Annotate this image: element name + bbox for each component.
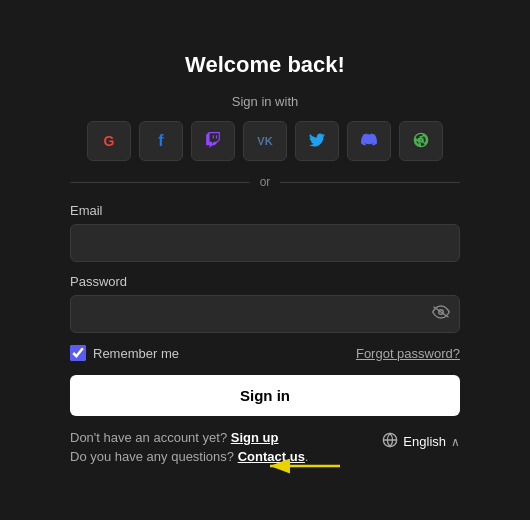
password-input[interactable] [70, 295, 460, 333]
sign-in-with-label: Sign in with [70, 94, 460, 109]
remember-me-checkbox[interactable] [70, 345, 86, 361]
sign-in-button[interactable]: Sign in [70, 375, 460, 416]
language-label: English [403, 434, 446, 449]
password-input-wrapper [70, 295, 460, 333]
remember-forgot-row: Remember me Forgot password? [70, 345, 460, 361]
vk-social-button[interactable]: VK [243, 121, 287, 161]
email-field-group: Email [70, 203, 460, 262]
email-input[interactable] [70, 224, 460, 262]
discord-icon [361, 133, 377, 149]
language-selector[interactable]: English ∧ [382, 432, 460, 451]
forgot-password-link[interactable]: Forgot password? [356, 346, 460, 361]
contact-us-link[interactable]: Contact us [238, 449, 305, 464]
vk-icon: VK [257, 135, 272, 147]
password-label: Password [70, 274, 460, 289]
steam-icon [413, 132, 429, 151]
questions-row: Do you have any questions? Contact us. [70, 449, 308, 464]
bottom-links: Don't have an account yet? Sign up Do yo… [70, 430, 308, 468]
divider-left [70, 182, 250, 183]
email-input-wrapper [70, 224, 460, 262]
google-icon: G [104, 133, 115, 149]
divider-right [280, 182, 460, 183]
password-field-group: Password [70, 274, 460, 333]
twitch-social-button[interactable] [191, 121, 235, 161]
language-icon [382, 432, 398, 451]
remember-me-label[interactable]: Remember me [70, 345, 179, 361]
page-title: Welcome back! [70, 52, 460, 78]
twitch-icon [205, 132, 221, 151]
twitter-social-button[interactable] [295, 121, 339, 161]
twitter-icon [309, 133, 325, 150]
password-toggle-icon[interactable] [432, 305, 450, 323]
divider: or [70, 175, 460, 189]
discord-social-button[interactable] [347, 121, 391, 161]
google-social-button[interactable]: G [87, 121, 131, 161]
chevron-up-icon: ∧ [451, 435, 460, 449]
email-label: Email [70, 203, 460, 218]
steam-social-button[interactable] [399, 121, 443, 161]
no-account-row: Don't have an account yet? Sign up [70, 430, 308, 445]
social-buttons-row: G f VK [70, 121, 460, 161]
bottom-row: Don't have an account yet? Sign up Do yo… [70, 430, 460, 468]
facebook-social-button[interactable]: f [139, 121, 183, 161]
remember-me-text: Remember me [93, 346, 179, 361]
questions-text: Do you have any questions? [70, 449, 234, 464]
or-label: or [260, 175, 271, 189]
no-account-text: Don't have an account yet? [70, 430, 227, 445]
sign-up-link[interactable]: Sign up [231, 430, 279, 445]
facebook-icon: f [158, 132, 163, 150]
